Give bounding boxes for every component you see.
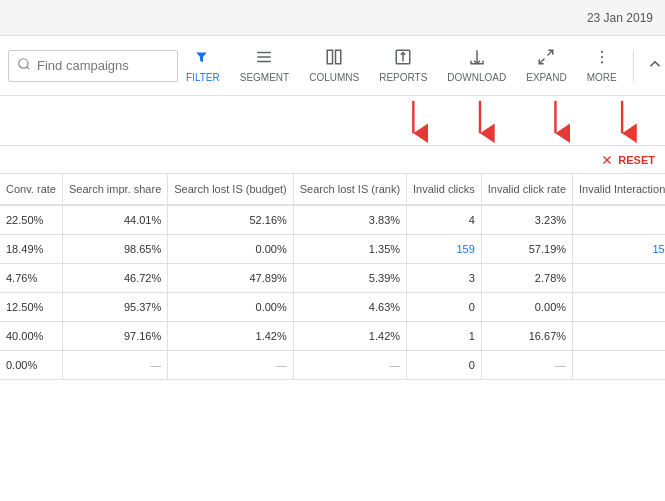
reset-area: RESET	[0, 146, 665, 174]
cell-row5-col5: 1	[407, 322, 482, 351]
columns-button[interactable]: COLUMNS	[301, 44, 367, 87]
cell-row3-col5: 3	[407, 264, 482, 293]
cell-row3-col1: 4.76%	[0, 264, 62, 293]
table-row: 0.00%———0—0—	[0, 351, 665, 380]
collapse-button[interactable]	[642, 51, 665, 81]
main-wrapper: 23 Jan 2019 FILTER	[0, 0, 665, 501]
table-header-row: Conv. rate Search impr. share Search los…	[0, 174, 665, 205]
more-icon	[593, 48, 611, 70]
cell-row1-col6: 3.23%	[481, 205, 572, 235]
toolbar-divider	[633, 50, 634, 82]
cell-row2-col1: 18.49%	[0, 235, 62, 264]
expand-label: EXPAND	[526, 72, 566, 83]
cell-row3-col2: 46.72%	[62, 264, 167, 293]
svg-point-14	[601, 61, 603, 63]
svg-point-12	[601, 51, 603, 53]
reset-button[interactable]: RESET	[600, 153, 655, 167]
expand-icon	[537, 48, 555, 70]
cell-row4-col1: 12.50%	[0, 293, 62, 322]
reports-icon	[394, 48, 412, 70]
more-label: MORE	[587, 72, 617, 83]
cell-row6-col3: —	[168, 351, 294, 380]
svg-line-11	[540, 59, 545, 64]
cell-row2-col4: 1.35%	[293, 235, 406, 264]
search-input[interactable]	[37, 58, 177, 73]
cell-row4-col7: 0	[573, 293, 665, 322]
filter-icon	[194, 48, 212, 70]
toolbar: FILTER SEGMENT COLUMNS	[0, 36, 665, 96]
close-icon	[600, 153, 614, 167]
cell-row5-col3: 1.42%	[168, 322, 294, 351]
cell-row6-col1: 0.00%	[0, 351, 62, 380]
cell-row6-col2: —	[62, 351, 167, 380]
download-icon	[468, 48, 486, 70]
cell-row6-col7: 0	[573, 351, 665, 380]
cell-row5-col6: 16.67%	[481, 322, 572, 351]
table-row: 18.49%98.65%0.00%1.35%15957.19%15957.19%	[0, 235, 665, 264]
reports-button[interactable]: REPORTS	[371, 44, 435, 87]
cell-row3-col3: 47.89%	[168, 264, 294, 293]
cell-row5-col7: 1	[573, 322, 665, 351]
cell-row2-col5[interactable]: 159	[407, 235, 482, 264]
table-body: 22.50%44.01%52.16%3.83%43.23%43.23%18.49…	[0, 205, 665, 380]
table-row: 22.50%44.01%52.16%3.83%43.23%43.23%	[0, 205, 665, 235]
cell-row1-col5: 4	[407, 205, 482, 235]
segment-button[interactable]: SEGMENT	[232, 44, 297, 87]
header-search-lost-budget[interactable]: Search lost IS (budget)	[168, 174, 294, 205]
download-button[interactable]: DOWNLOAD	[439, 44, 514, 87]
header-invalid-clicks[interactable]: Invalid clicks	[407, 174, 482, 205]
cell-row3-col6: 2.78%	[481, 264, 572, 293]
cell-row6-col5: 0	[407, 351, 482, 380]
svg-line-10	[548, 50, 553, 55]
header-conv-rate[interactable]: Conv. rate	[0, 174, 62, 205]
cell-row1-col1: 22.50%	[0, 205, 62, 235]
cell-row4-col5: 0	[407, 293, 482, 322]
cell-row1-col3: 52.16%	[168, 205, 294, 235]
cell-row4-col4: 4.63%	[293, 293, 406, 322]
cell-row2-col3: 0.00%	[168, 235, 294, 264]
arrow-row	[0, 96, 665, 146]
expand-button[interactable]: EXPAND	[518, 44, 574, 87]
cell-row4-col6: 0.00%	[481, 293, 572, 322]
cell-row4-col3: 0.00%	[168, 293, 294, 322]
search-icon	[17, 57, 31, 74]
cell-row2-col7[interactable]: 159	[573, 235, 665, 264]
cell-row6-col6: —	[481, 351, 572, 380]
download-label: DOWNLOAD	[447, 72, 506, 83]
table-row: 40.00%97.16%1.42%1.42%116.67%116.67%	[0, 322, 665, 351]
table-row: 12.50%95.37%0.00%4.63%00.00%00.00%	[0, 293, 665, 322]
table-row: 4.76%46.72%47.89%5.39%32.78%32.78%	[0, 264, 665, 293]
filter-label: FILTER	[186, 72, 220, 83]
filter-button[interactable]: FILTER	[178, 44, 228, 87]
toolbar-actions: FILTER SEGMENT COLUMNS	[178, 44, 665, 87]
cell-row5-col2: 97.16%	[62, 322, 167, 351]
cell-row6-col4: —	[293, 351, 406, 380]
segment-icon	[255, 48, 273, 70]
svg-line-1	[27, 67, 30, 70]
columns-label: COLUMNS	[309, 72, 359, 83]
svg-rect-5	[327, 50, 332, 64]
table-container: Conv. rate Search impr. share Search los…	[0, 174, 665, 501]
header-invalid-interactions[interactable]: Invalid Interactions	[573, 174, 665, 205]
svg-point-13	[601, 56, 603, 58]
cell-row3-col4: 5.39%	[293, 264, 406, 293]
header-invalid-click-rate[interactable]: Invalid click rate	[481, 174, 572, 205]
data-table: Conv. rate Search impr. share Search los…	[0, 174, 665, 380]
svg-rect-6	[336, 50, 341, 64]
header-search-impr[interactable]: Search impr. share	[62, 174, 167, 205]
cell-row2-col2: 98.65%	[62, 235, 167, 264]
reset-label: RESET	[618, 154, 655, 166]
cell-row2-col6: 57.19%	[481, 235, 572, 264]
cell-row1-col2: 44.01%	[62, 205, 167, 235]
svg-point-0	[19, 59, 28, 68]
columns-icon	[325, 48, 343, 70]
reports-label: REPORTS	[379, 72, 427, 83]
search-area[interactable]	[8, 50, 178, 82]
more-button[interactable]: MORE	[579, 44, 625, 87]
cell-row1-col4: 3.83%	[293, 205, 406, 235]
cell-row1-col7: 4	[573, 205, 665, 235]
header-search-lost-rank[interactable]: Search lost IS (rank)	[293, 174, 406, 205]
cell-row4-col2: 95.37%	[62, 293, 167, 322]
segment-label: SEGMENT	[240, 72, 289, 83]
cell-row3-col7: 3	[573, 264, 665, 293]
